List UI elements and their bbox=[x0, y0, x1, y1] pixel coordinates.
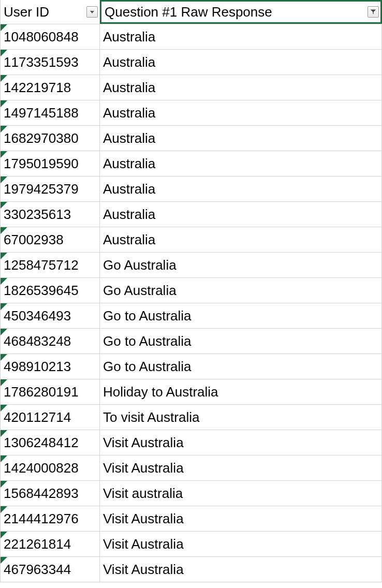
cell-user-id[interactable]: 221261814 bbox=[0, 532, 100, 556]
cell-user-id[interactable]: 1786280191 bbox=[0, 379, 100, 404]
response-value: Visit Australia bbox=[103, 536, 184, 552]
response-value: Australia bbox=[103, 130, 155, 146]
user-id-value: 1979425379 bbox=[4, 181, 79, 197]
user-id-value: 330235613 bbox=[4, 207, 71, 223]
cell-user-id[interactable]: 1979425379 bbox=[0, 177, 100, 201]
cell-response[interactable]: Australia bbox=[100, 227, 382, 252]
response-value: Australia bbox=[103, 29, 155, 45]
response-value: Australia bbox=[103, 232, 155, 248]
response-value: Australia bbox=[103, 181, 155, 197]
cell-user-id[interactable]: 1173351593 bbox=[0, 50, 100, 75]
filter-dropdown-user-id[interactable] bbox=[86, 6, 98, 18]
cell-user-id[interactable]: 2144412976 bbox=[0, 506, 100, 531]
response-value: To visit Australia bbox=[103, 409, 199, 425]
user-id-value: 1568442893 bbox=[4, 486, 79, 502]
response-value: Go to Australia bbox=[103, 333, 192, 349]
chevron-down-icon bbox=[90, 11, 94, 13]
cell-response[interactable]: Australia bbox=[100, 177, 382, 201]
cell-user-id[interactable]: 142219718 bbox=[0, 75, 100, 100]
cell-user-id[interactable]: 330235613 bbox=[0, 202, 100, 227]
cell-response[interactable]: Australia bbox=[100, 75, 382, 100]
header-label-user-id: User ID bbox=[4, 4, 49, 20]
cell-user-id[interactable]: 498910213 bbox=[0, 354, 100, 379]
table-row: 1048060848Australia bbox=[0, 24, 382, 50]
cell-response[interactable]: Australia bbox=[100, 202, 382, 227]
response-value: Australia bbox=[103, 54, 155, 70]
response-value: Australia bbox=[103, 80, 155, 96]
cell-user-id[interactable]: 420112714 bbox=[0, 405, 100, 430]
response-value: Visit Australia bbox=[103, 511, 184, 527]
cell-user-id[interactable]: 1682970380 bbox=[0, 126, 100, 151]
table-row: 1682970380Australia bbox=[0, 126, 382, 151]
table-row: 1568442893Visit australia bbox=[0, 481, 382, 506]
filter-active-response[interactable] bbox=[368, 6, 379, 18]
table-row: 1258475712Go Australia bbox=[0, 253, 382, 278]
user-id-value: 221261814 bbox=[4, 536, 71, 552]
cell-response[interactable]: Holiday to Australia bbox=[100, 379, 382, 404]
cell-user-id[interactable]: 67002938 bbox=[0, 227, 100, 252]
response-value: Go Australia bbox=[103, 257, 177, 273]
cell-user-id[interactable]: 1424000828 bbox=[0, 455, 100, 480]
table-row: 467963344Visit Australia bbox=[0, 557, 382, 582]
response-value: Australia bbox=[103, 207, 155, 223]
cell-user-id[interactable]: 1497145188 bbox=[0, 100, 100, 125]
cell-response[interactable]: To visit Australia bbox=[100, 405, 382, 430]
cell-response[interactable]: Australia bbox=[100, 24, 382, 49]
response-value: Holiday to Australia bbox=[103, 384, 218, 400]
header-cell-user-id[interactable]: User ID bbox=[0, 0, 100, 24]
response-value: Go to Australia bbox=[103, 359, 192, 375]
cell-response[interactable]: Australia bbox=[100, 100, 382, 125]
table-row: 1424000828Visit Australia bbox=[0, 455, 382, 481]
table-row: 1826539645Go Australia bbox=[0, 278, 382, 303]
cell-user-id[interactable]: 468483248 bbox=[0, 329, 100, 354]
cell-user-id[interactable]: 450346493 bbox=[0, 303, 100, 328]
cell-response[interactable]: Go Australia bbox=[100, 253, 382, 277]
user-id-value: 1424000828 bbox=[4, 460, 79, 476]
table-row: 1979425379Australia bbox=[0, 177, 382, 202]
cell-response[interactable]: Visit Australia bbox=[100, 455, 382, 480]
response-value: Australia bbox=[103, 156, 155, 172]
table-row: 450346493Go to Australia bbox=[0, 303, 382, 329]
cell-user-id[interactable]: 1568442893 bbox=[0, 481, 100, 506]
cell-response[interactable]: Australia bbox=[100, 50, 382, 75]
response-value: Visit australia bbox=[103, 486, 183, 502]
table-row: 420112714To visit Australia bbox=[0, 405, 382, 430]
cell-response[interactable]: Go Australia bbox=[100, 278, 382, 303]
table-row: 1786280191Holiday to Australia bbox=[0, 379, 382, 405]
user-id-value: 2144412976 bbox=[4, 511, 79, 527]
cell-response[interactable]: Australia bbox=[100, 126, 382, 151]
cell-response[interactable]: Australia bbox=[100, 151, 382, 176]
cell-response[interactable]: Visit Australia bbox=[100, 557, 382, 582]
cell-response[interactable]: Go to Australia bbox=[100, 303, 382, 328]
cell-response[interactable]: Go to Australia bbox=[100, 354, 382, 379]
cell-user-id[interactable]: 1306248412 bbox=[0, 430, 100, 455]
cell-user-id[interactable]: 467963344 bbox=[0, 557, 100, 582]
user-id-value: 67002938 bbox=[4, 232, 64, 248]
cell-user-id[interactable]: 1048060848 bbox=[0, 24, 100, 49]
cell-user-id[interactable]: 1826539645 bbox=[0, 278, 100, 303]
table-row: 142219718Australia bbox=[0, 75, 382, 100]
response-value: Go Australia bbox=[103, 283, 177, 299]
cell-response[interactable]: Visit Australia bbox=[100, 532, 382, 556]
user-id-value: 1826539645 bbox=[4, 283, 79, 299]
user-id-value: 1173351593 bbox=[4, 54, 79, 70]
cell-user-id[interactable]: 1795019590 bbox=[0, 151, 100, 176]
table-row: 1795019590Australia bbox=[0, 151, 382, 177]
response-value: Visit Australia bbox=[103, 435, 184, 451]
cell-user-id[interactable]: 1258475712 bbox=[0, 253, 100, 277]
cell-response[interactable]: Go to Australia bbox=[100, 329, 382, 354]
cell-response[interactable]: Visit Australia bbox=[100, 506, 382, 531]
table-row: 2144412976Visit Australia bbox=[0, 506, 382, 532]
table-row: 1306248412Visit Australia bbox=[0, 430, 382, 455]
user-id-value: 1306248412 bbox=[4, 435, 79, 451]
user-id-value: 468483248 bbox=[4, 333, 71, 349]
cell-response[interactable]: Visit australia bbox=[100, 481, 382, 506]
response-value: Visit Australia bbox=[103, 562, 184, 578]
header-row: User ID Question #1 Raw Response bbox=[0, 0, 382, 24]
cell-response[interactable]: Visit Australia bbox=[100, 430, 382, 455]
user-id-value: 1258475712 bbox=[4, 257, 79, 273]
header-cell-response[interactable]: Question #1 Raw Response bbox=[100, 0, 382, 24]
response-value: Visit Australia bbox=[103, 460, 184, 476]
response-value: Australia bbox=[103, 105, 155, 121]
spreadsheet-table: User ID Question #1 Raw Response 1048060… bbox=[0, 0, 382, 582]
